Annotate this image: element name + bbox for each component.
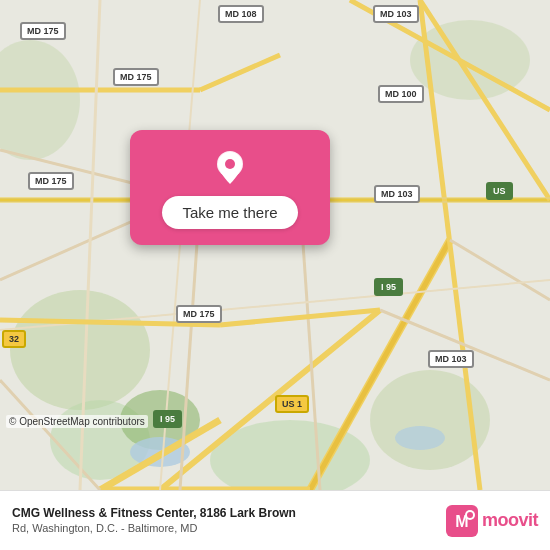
moovit-label: moovit [482, 510, 538, 531]
location-subtitle: Rd, Washington, D.C. - Baltimore, MD [12, 521, 296, 535]
svg-point-9 [395, 426, 445, 450]
badge-us-ne: US [486, 182, 513, 200]
moovit-logo: M moovit [446, 505, 538, 537]
location-info: CMG Wellness & Fitness Center, 8186 Lark… [12, 506, 296, 536]
svg-point-1 [10, 290, 150, 410]
moovit-icon: M [446, 505, 478, 537]
badge-md175-1: MD 175 [20, 22, 66, 40]
badge-i95-2: I 95 [153, 410, 182, 428]
take-me-there-button[interactable]: Take me there [162, 196, 297, 229]
badge-md103-1: MD 103 [373, 5, 419, 23]
bottom-bar: CMG Wellness & Fitness Center, 8186 Lark… [0, 490, 550, 550]
badge-md175-3: MD 175 [28, 172, 74, 190]
popup-card: Take me there [130, 130, 330, 245]
svg-point-37 [225, 159, 235, 169]
badge-i95-1: I 95 [374, 278, 403, 296]
badge-us1: US 1 [275, 395, 309, 413]
badge-md100: MD 100 [378, 85, 424, 103]
badge-md175-2: MD 175 [113, 68, 159, 86]
badge-md103-2: MD 103 [374, 185, 420, 203]
badge-md175-4: MD 175 [176, 305, 222, 323]
location-pin-icon [212, 150, 248, 186]
svg-point-41 [467, 512, 473, 518]
badge-md103-3: MD 103 [428, 350, 474, 368]
osm-attribution: © OpenStreetMap contributors [6, 415, 148, 428]
badge-md108: MD 108 [218, 5, 264, 23]
map-container: MD 175 MD 108 MD 103 MD 175 MD 100 MD 17… [0, 0, 550, 490]
location-title: CMG Wellness & Fitness Center, 8186 Lark… [12, 506, 296, 522]
badge-32: 32 [2, 330, 26, 348]
